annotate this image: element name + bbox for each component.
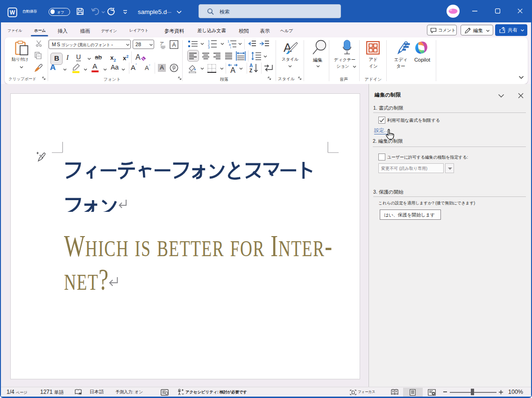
svg-text:A: A <box>230 66 235 74</box>
svg-text:W: W <box>10 9 15 16</box>
svg-text:i: i <box>230 46 231 49</box>
svg-text:A: A <box>249 63 253 68</box>
svg-text:A: A <box>172 42 176 48</box>
svg-text:3: 3 <box>208 46 210 49</box>
svg-text:ア: ア <box>160 41 164 46</box>
svg-text:1: 1 <box>208 40 210 43</box>
svg-text:A: A <box>135 53 141 61</box>
svg-text:Z: Z <box>249 68 252 73</box>
